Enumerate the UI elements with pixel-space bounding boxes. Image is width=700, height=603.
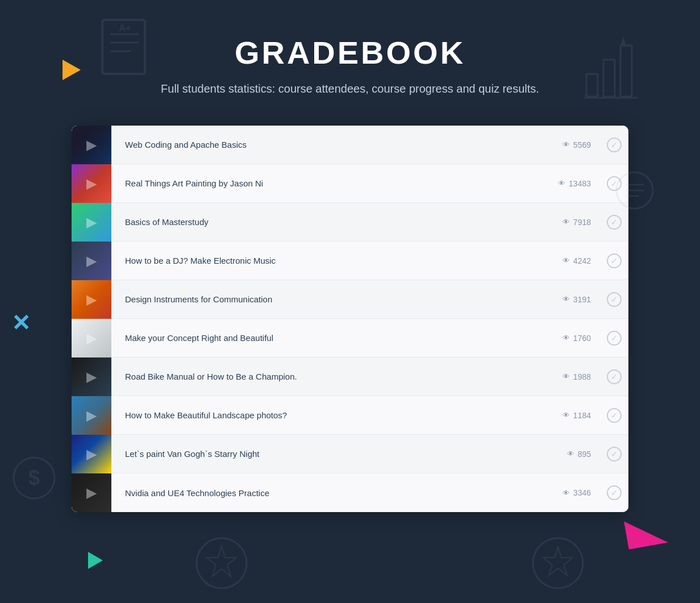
list-item[interactable]: ▶ Real Things Art Painting by Jason Ni 👁… (72, 164, 628, 203)
views-count: 1184 (573, 411, 591, 420)
course-thumbnail: ▶ (72, 473, 111, 512)
views-count: 7918 (573, 218, 591, 227)
check-circle-icon: ✓ (607, 138, 622, 152)
views-count: 4242 (573, 256, 591, 265)
course-views: 👁 13483 (545, 179, 591, 188)
course-thumbnail: ▶ (72, 242, 111, 280)
thumb-icon: ▶ (86, 137, 97, 153)
check-circle-icon: ✓ (607, 292, 622, 307)
thumb-icon: ▶ (86, 253, 97, 269)
course-name: Web Coding and Apache Basics (111, 140, 545, 149)
views-icon: 👁 (562, 489, 570, 497)
course-name: How to Make Beautiful Landscape photos? (111, 410, 545, 420)
list-item[interactable]: ▶ Let`s paint Van Gogh`s Starry Night 👁 … (72, 435, 628, 473)
course-name: Nvidia and UE4 Technologies Practice (111, 488, 545, 498)
views-icon: 👁 (562, 256, 570, 265)
blue-x-icon: ✕ (11, 310, 31, 336)
course-name: Design Instruments for Communication (111, 294, 545, 304)
views-icon: 👁 (562, 334, 570, 342)
svg-text:$: $ (28, 466, 40, 489)
list-item[interactable]: ▶ How to Make Beautiful Landscape photos… (72, 396, 628, 435)
check-circle-icon: ✓ (607, 253, 622, 268)
views-icon: 👁 (562, 295, 570, 303)
thumb-icon: ▶ (86, 292, 97, 307)
course-views: 👁 7918 (545, 218, 591, 227)
course-action-button[interactable]: ✓ (600, 435, 628, 473)
views-icon: 👁 (562, 140, 570, 149)
course-thumbnail: ▶ (72, 126, 111, 164)
list-item[interactable]: ▶ How to be a DJ? Make Electronic Music … (72, 242, 628, 280)
course-name: Road Bike Manual or How to Be a Champion… (111, 372, 545, 381)
views-count: 895 (578, 450, 591, 459)
thumb-icon: ▶ (86, 407, 97, 423)
views-icon: 👁 (562, 218, 570, 226)
svg-marker-19 (543, 547, 573, 575)
course-action-button[interactable]: ✓ (600, 396, 628, 435)
course-views: 👁 3346 (545, 488, 591, 497)
list-item[interactable]: ▶ Design Instruments for Communication 👁… (72, 280, 628, 319)
svg-point-16 (197, 538, 247, 588)
list-item[interactable]: ▶ Web Coding and Apache Basics 👁 5569 ✓ (72, 126, 628, 164)
course-thumbnail: ▶ (72, 164, 111, 203)
check-circle-icon: ✓ (607, 447, 622, 461)
course-views: 👁 1184 (545, 411, 591, 420)
views-count: 1760 (573, 334, 591, 343)
svg-point-10 (14, 458, 55, 498)
svg-point-18 (533, 538, 583, 588)
pink-triangle-icon (624, 514, 668, 549)
thumb-icon: ▶ (86, 369, 97, 385)
course-thumbnail: ▶ (72, 203, 111, 242)
list-item[interactable]: ▶ Nvidia and UE4 Technologies Practice 👁… (72, 473, 628, 512)
course-name: Make your Concept Right and Beautiful (111, 333, 545, 343)
course-views: 👁 895 (545, 450, 591, 459)
thumb-icon: ▶ (86, 485, 97, 501)
course-thumbnail: ▶ (72, 357, 111, 396)
course-thumbnail: ▶ (72, 396, 111, 435)
course-action-button[interactable]: ✓ (600, 319, 628, 357)
course-views: 👁 4242 (545, 256, 591, 265)
thumb-icon: ▶ (86, 176, 97, 192)
course-action-button[interactable]: ✓ (600, 242, 628, 280)
course-action-button[interactable]: ✓ (600, 280, 628, 319)
check-circle-icon: ✓ (607, 176, 622, 191)
course-name: How to be a DJ? Make Electronic Music (111, 256, 545, 265)
thumb-icon: ▶ (86, 330, 97, 346)
teal-play-icon (88, 552, 103, 569)
course-thumbnail: ▶ (72, 319, 111, 357)
course-thumbnail: ▶ (72, 435, 111, 473)
orange-play-icon (63, 60, 81, 80)
list-item[interactable]: ▶ Basics of Masterstudy 👁 7918 ✓ (72, 203, 628, 242)
course-list: ▶ Web Coding and Apache Basics 👁 5569 ✓ … (72, 126, 628, 512)
thumb-icon: ▶ (86, 446, 97, 462)
check-circle-icon: ✓ (607, 215, 622, 230)
views-count: 1988 (573, 372, 591, 381)
course-name: Real Things Art Painting by Jason Ni (111, 178, 545, 188)
check-circle-icon: ✓ (607, 369, 622, 384)
thumb-icon: ▶ (86, 214, 97, 230)
svg-marker-17 (207, 546, 236, 576)
course-action-button[interactable]: ✓ (600, 203, 628, 242)
course-action-button[interactable]: ✓ (600, 473, 628, 512)
course-action-button[interactable]: ✓ (600, 357, 628, 396)
views-icon: 👁 (558, 179, 565, 188)
course-name: Let`s paint Van Gogh`s Starry Night (111, 449, 545, 459)
check-circle-icon: ✓ (607, 331, 622, 346)
check-circle-icon: ✓ (607, 485, 622, 500)
views-icon: 👁 (562, 372, 570, 381)
list-item[interactable]: ▶ Road Bike Manual or How to Be a Champi… (72, 357, 628, 396)
course-action-button[interactable]: ✓ (600, 164, 628, 203)
views-count: 3191 (573, 295, 591, 304)
page-title: GRADEBOOK (0, 34, 700, 71)
check-circle-icon: ✓ (607, 408, 622, 423)
page-header: GRADEBOOK Full students statistics: cour… (0, 0, 700, 114)
list-item[interactable]: ▶ Make your Concept Right and Beautiful … (72, 319, 628, 357)
course-name: Basics of Masterstudy (111, 217, 545, 227)
views-icon: 👁 (562, 411, 570, 419)
page-subtitle: Full students statistics: course attende… (157, 80, 543, 97)
course-action-button[interactable]: ✓ (600, 126, 628, 164)
views-count: 13483 (569, 179, 591, 188)
course-views: 👁 1760 (545, 334, 591, 343)
course-views: 👁 1988 (545, 372, 591, 381)
course-views: 👁 3191 (545, 295, 591, 304)
course-thumbnail: ▶ (72, 280, 111, 319)
